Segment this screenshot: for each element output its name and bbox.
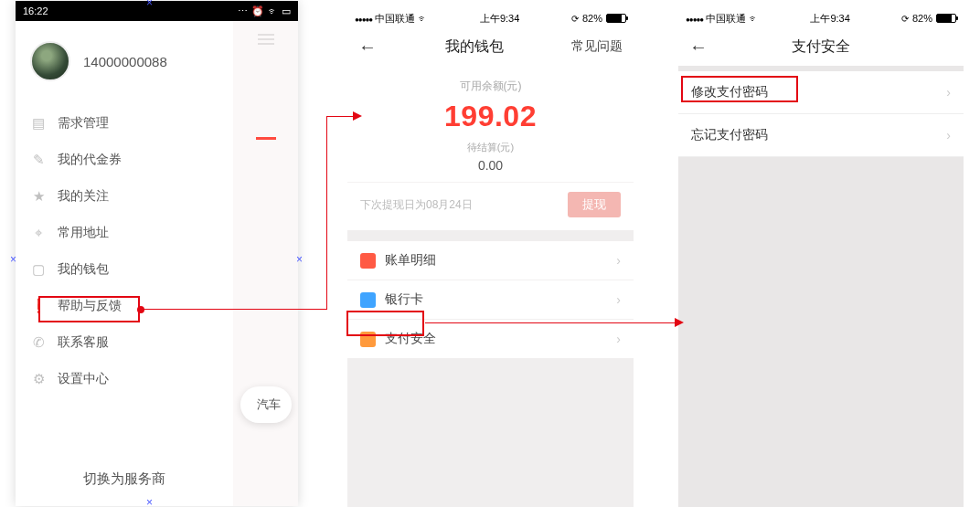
row-label: 银行卡 xyxy=(385,291,423,308)
phone-icon: ✆ xyxy=(30,334,47,351)
list-icon: ▤ xyxy=(30,115,47,132)
signal-dots-icon: ●●●●● xyxy=(355,16,372,24)
ios-status-bar: ●●●●● 中国联通 ᯤ 上午9:34 ⟳ 82% xyxy=(347,9,634,27)
wifi-icon: ᯤ xyxy=(418,13,428,24)
row-label: 账单明细 xyxy=(385,252,436,269)
ticket-icon: ✎ xyxy=(30,152,47,168)
carrier-label: 中国联通 xyxy=(375,13,415,24)
wifi-icon: ᯤ xyxy=(268,5,278,16)
pending-amount: 0.00 xyxy=(347,158,634,173)
profile-section[interactable]: 14000000088 xyxy=(16,21,233,105)
alarm-icon: ⏰ xyxy=(251,5,264,17)
signal-carrier: ●●●●● 中国联通 ᯤ xyxy=(686,12,759,26)
crop-mark: × xyxy=(146,496,153,507)
battery-icon: ▭ xyxy=(282,5,291,17)
sidebar-item-label: 我的代金券 xyxy=(58,152,122,168)
chevron-right-icon: › xyxy=(616,292,621,307)
sidebar-item-label: 我的关注 xyxy=(58,188,109,205)
withdraw-button[interactable]: 提现 xyxy=(568,192,621,217)
sidebar-item-label: 帮助与反馈 xyxy=(58,298,122,314)
hamburger-icon[interactable] xyxy=(258,34,274,45)
sidebar-item-help[interactable]: ❗帮助与反馈 xyxy=(16,288,233,324)
back-button[interactable]: ← xyxy=(689,37,708,58)
security-row-1[interactable]: 忘记支付密码› xyxy=(678,114,964,157)
sidebar-item-gear[interactable]: ⚙设置中心 xyxy=(16,361,233,397)
pending-label: 待结算(元) xyxy=(347,141,634,154)
wallet-row-key[interactable]: 支付安全› xyxy=(347,320,634,358)
crop-mark: × xyxy=(146,0,153,9)
battery-pct: 82% xyxy=(582,13,602,24)
sidebar-item-ticket[interactable]: ✎我的代金券 xyxy=(16,142,233,178)
wallet-icon: ▢ xyxy=(30,261,47,278)
help-icon: ❗ xyxy=(30,298,47,314)
status-icons: ⋯ ⏰ ᯤ ▭ xyxy=(238,5,291,17)
rotation-lock-icon: ⟳ xyxy=(901,14,909,24)
blank-area xyxy=(347,358,634,507)
chevron-right-icon: › xyxy=(616,253,621,268)
balance-amount: 199.02 xyxy=(347,100,634,133)
faq-link[interactable]: 常见问题 xyxy=(571,38,623,55)
avatar[interactable] xyxy=(30,41,70,81)
signal-dots-icon: ●●●●● xyxy=(686,16,703,24)
sidebar-item-wallet[interactable]: ▢我的钱包 xyxy=(16,251,233,288)
ios-status-bar: ●●●●● 中国联通 ᯤ 上午9:34 ⟳ 82% xyxy=(678,9,964,27)
phone-number: 14000000088 xyxy=(83,54,167,69)
accent-line xyxy=(256,137,276,140)
wallet-screen: ●●●●● 中国联通 ᯤ 上午9:34 ⟳ 82% ← 我的钱包 常见问题 可用… xyxy=(347,9,634,507)
more-icon: ⋯ xyxy=(238,5,248,17)
row-label: 支付安全 xyxy=(385,331,436,347)
battery-pct: 82% xyxy=(912,13,932,24)
row-label: 修改支付密码 xyxy=(691,84,768,100)
balance-card: 可用余额(元) 199.02 待结算(元) 0.00 xyxy=(347,66,634,182)
arrow-line xyxy=(143,309,326,310)
arrow-line xyxy=(326,116,354,117)
battery-icon xyxy=(936,14,956,23)
card-icon xyxy=(360,292,376,308)
sidebar-item-label: 我的钱包 xyxy=(58,261,109,278)
sidebar-item-pin[interactable]: ⌖常用地址 xyxy=(16,215,233,251)
pin-icon: ⌖ xyxy=(30,225,47,241)
wallet-list: 账单明细›银行卡›支付安全› xyxy=(347,241,634,358)
side-drawer: 14000000088 ▤需求管理✎我的代金券★我的关注⌖常用地址▢我的钱包❗帮… xyxy=(16,21,233,506)
drawer-backdrop[interactable]: 汽车 xyxy=(233,21,298,506)
status-time: 上午9:34 xyxy=(480,12,519,26)
crop-mark: × xyxy=(10,253,16,266)
carrier-label: 中国联通 xyxy=(706,13,746,24)
switch-role-button[interactable]: 切换为服务商 xyxy=(16,456,233,506)
status-time: 16:22 xyxy=(23,5,48,16)
battery-icon xyxy=(606,14,626,23)
signal-carrier: ●●●●● 中国联通 ᯤ xyxy=(355,12,428,26)
wallet-row-card[interactable]: 银行卡› xyxy=(347,280,634,320)
star-icon: ★ xyxy=(30,188,47,205)
gear-icon: ⚙ xyxy=(30,371,47,387)
drawer-screen: 16:22 ⋯ ⏰ ᯤ ▭ 14000000088 ▤需求管理✎我的代金券★我的… xyxy=(16,1,298,506)
category-pill[interactable]: 汽车 xyxy=(240,386,292,423)
balance-label: 可用余额(元) xyxy=(347,79,634,94)
withdraw-row: 下次提现日为08月24日 提现 xyxy=(347,182,634,230)
status-time: 上午9:34 xyxy=(810,12,849,26)
withdraw-hint: 下次提现日为08月24日 xyxy=(360,197,473,213)
arrow-line xyxy=(425,322,676,323)
security-screen: ●●●●● 中国联通 ᯤ 上午9:34 ⟳ 82% ← 支付安全 修改支付密码›… xyxy=(678,9,964,507)
security-row-0[interactable]: 修改支付密码› xyxy=(678,71,964,114)
arrow-head-icon xyxy=(353,111,362,121)
android-status-bar: 16:22 ⋯ ⏰ ᯤ ▭ xyxy=(16,1,298,21)
chevron-right-icon: › xyxy=(946,128,951,143)
back-button[interactable]: ← xyxy=(358,37,377,58)
arrow-line xyxy=(326,116,327,310)
navbar: ← 我的钱包 常见问题 xyxy=(347,27,634,66)
page-title: 我的钱包 xyxy=(445,37,504,57)
navbar: ← 支付安全 xyxy=(678,27,964,66)
sidebar-item-label: 联系客服 xyxy=(58,334,109,351)
key-icon xyxy=(360,332,376,347)
row-label: 忘记支付密码 xyxy=(691,127,768,143)
bill-icon xyxy=(360,253,376,269)
sidebar-item-list[interactable]: ▤需求管理 xyxy=(16,105,233,142)
security-list: 修改支付密码›忘记支付密码› xyxy=(678,71,964,157)
wallet-row-bill[interactable]: 账单明细› xyxy=(347,241,634,280)
sidebar-item-label: 需求管理 xyxy=(58,115,109,132)
sidebar-item-phone[interactable]: ✆联系客服 xyxy=(16,324,233,361)
sidebar-item-label: 设置中心 xyxy=(58,371,109,387)
sidebar-item-star[interactable]: ★我的关注 xyxy=(16,178,233,215)
crop-mark: × xyxy=(296,253,303,266)
